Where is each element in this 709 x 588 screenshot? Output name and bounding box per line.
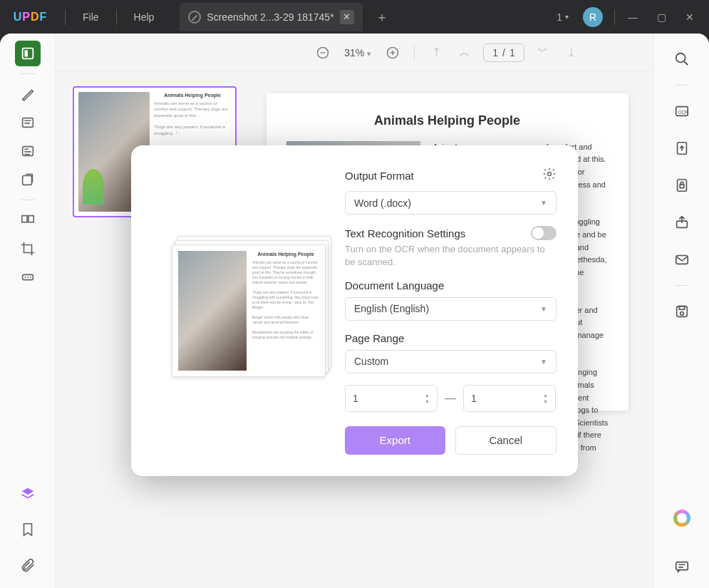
range-dash: — bbox=[445, 392, 456, 405]
page-range-select[interactable]: Custom▼ bbox=[345, 350, 557, 373]
output-format-select[interactable]: Word (.docx)▼ bbox=[345, 191, 557, 215]
page-range-label: Page Range bbox=[345, 332, 557, 344]
range-from-input[interactable]: 1 ▲▼ bbox=[345, 385, 438, 412]
preview-stack: Animals Helping PeopleAnimals can serve … bbox=[172, 244, 326, 377]
svg-point-22 bbox=[548, 172, 552, 176]
user-avatar[interactable]: R bbox=[583, 7, 603, 27]
ocr-hint: Turn on the OCR when the document appear… bbox=[345, 243, 557, 269]
range-from-up[interactable]: ▲ bbox=[425, 393, 430, 398]
new-tab-button[interactable]: ＋ bbox=[376, 9, 388, 26]
modal-overlay: Animals Helping PeopleAnimals can serve … bbox=[0, 33, 709, 588]
menu-file[interactable]: File bbox=[70, 11, 112, 23]
range-to-input[interactable]: 1 ▲▼ bbox=[463, 385, 556, 412]
ocr-toggle[interactable] bbox=[531, 226, 557, 240]
menu-help[interactable]: Help bbox=[121, 11, 167, 23]
tab-label: Screenshot 2...3-29 181745* bbox=[207, 11, 333, 23]
document-language-select[interactable]: English (English)▼ bbox=[345, 297, 557, 321]
settings-gear-icon[interactable] bbox=[542, 167, 557, 184]
close-window-button[interactable]: ✕ bbox=[676, 6, 703, 28]
app-logo: UPDF bbox=[0, 11, 61, 24]
tab-close-button[interactable]: ✕ bbox=[340, 10, 354, 24]
document-tab[interactable]: Screenshot 2...3-29 181745* ✕ bbox=[180, 3, 362, 31]
text-recognition-label: Text Recognition Settings bbox=[345, 227, 465, 239]
range-from-down[interactable]: ▼ bbox=[425, 399, 430, 404]
minimize-button[interactable]: — bbox=[619, 6, 646, 28]
title-bar: UPDF File Help Screenshot 2...3-29 18174… bbox=[0, 0, 709, 33]
export-button[interactable]: Export bbox=[345, 426, 445, 455]
preview-text: Animals Helping PeopleAnimals can serve … bbox=[252, 251, 319, 371]
range-to-up[interactable]: ▲ bbox=[543, 393, 548, 398]
maximize-button[interactable]: ▢ bbox=[648, 6, 675, 28]
range-to-down[interactable]: ▼ bbox=[543, 399, 548, 404]
export-modal: Animals Helping PeopleAnimals can serve … bbox=[131, 145, 578, 476]
output-format-label: Output Format bbox=[345, 170, 414, 182]
preview-image bbox=[178, 251, 247, 371]
tab-pen-icon bbox=[188, 11, 201, 24]
document-language-label: Document Language bbox=[345, 279, 557, 292]
tab-count[interactable]: 1▾ bbox=[551, 9, 574, 26]
cancel-button[interactable]: Cancel bbox=[455, 426, 557, 455]
